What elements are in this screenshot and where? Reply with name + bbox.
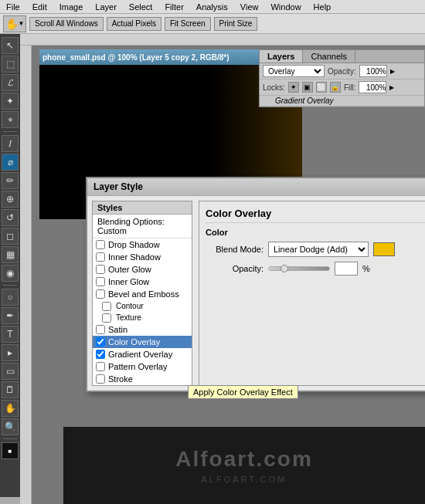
- satin-label: Satin: [108, 325, 128, 334]
- style-texture[interactable]: Texture: [93, 312, 192, 323]
- outer-glow-checkbox[interactable]: [96, 265, 105, 274]
- contour-checkbox[interactable]: [102, 302, 111, 311]
- menu-item-image[interactable]: Image: [56, 2, 87, 12]
- pen-tool[interactable]: ✒: [2, 307, 19, 324]
- style-bevel-emboss[interactable]: Bevel and Emboss: [93, 288, 192, 300]
- lock-image-icon[interactable]: ⬜: [316, 82, 327, 93]
- texture-checkbox[interactable]: [102, 313, 111, 323]
- options-bar: ✋ ▼ Scroll All Windows Actual Pixels Fit…: [0, 14, 425, 34]
- blending-options-item[interactable]: Blending Options: Custom: [93, 215, 192, 238]
- style-color-overlay[interactable]: Color Overlay: [93, 336, 192, 348]
- style-inner-shadow[interactable]: Inner Shadow: [93, 251, 192, 263]
- outer-glow-label: Outer Glow: [108, 265, 151, 274]
- menu-item-analysis[interactable]: Analysis: [193, 2, 231, 12]
- color-overlay-checkbox[interactable]: [96, 337, 105, 347]
- stroke-checkbox[interactable]: [96, 374, 105, 384]
- zoom-tool[interactable]: 🔍: [2, 418, 19, 435]
- menu-item-file[interactable]: File: [3, 2, 23, 12]
- menu-item-view[interactable]: View: [237, 2, 262, 12]
- tab-layers[interactable]: Layers: [260, 50, 303, 63]
- gradient-overlay-layer-entry[interactable]: Gradient Overlay: [260, 96, 424, 107]
- drop-shadow-checkbox[interactable]: [96, 240, 105, 249]
- foreground-color[interactable]: ■: [2, 442, 19, 459]
- menu-item-filter[interactable]: Filter: [162, 2, 186, 12]
- stroke-label: Stroke: [108, 374, 133, 384]
- toolbar-separator-1: [3, 131, 17, 132]
- opacity-form-row: Opacity: 20 %: [206, 262, 425, 276]
- fit-screen-button[interactable]: Fit Screen: [165, 17, 211, 31]
- actual-pixels-button[interactable]: Actual Pixels: [107, 17, 162, 31]
- opacity-value-input[interactable]: 20: [335, 262, 358, 276]
- menu-item-window[interactable]: Window: [267, 2, 304, 12]
- style-pattern-overlay[interactable]: Pattern Overlay: [93, 360, 192, 373]
- print-size-button[interactable]: Print Size: [214, 17, 258, 31]
- crop-tool[interactable]: ⌖: [2, 111, 19, 128]
- color-section-header: Color: [206, 228, 425, 237]
- menu-item-layer[interactable]: Layer: [92, 2, 120, 12]
- percent-label: %: [362, 264, 370, 273]
- blur-tool[interactable]: ◉: [2, 265, 19, 282]
- satin-checkbox[interactable]: [96, 325, 105, 334]
- fill-input[interactable]: [359, 81, 386, 93]
- marquee-tool[interactable]: ⬚: [2, 56, 19, 73]
- inner-glow-checkbox[interactable]: [96, 277, 105, 286]
- style-drop-shadow[interactable]: Drop Shadow: [93, 238, 192, 251]
- move-tool[interactable]: ↖: [2, 37, 19, 54]
- dodge-tool[interactable]: ○: [2, 289, 19, 306]
- quick-select-tool[interactable]: ✦: [2, 93, 19, 110]
- drop-shadow-label: Drop Shadow: [108, 240, 160, 249]
- style-outer-glow[interactable]: Outer Glow: [93, 263, 192, 276]
- tool-arrow-icon: ▼: [19, 20, 25, 27]
- blend-mode-row: Overlay Opacity: ▶: [260, 63, 424, 79]
- opacity-input[interactable]: [359, 65, 387, 77]
- hand-tool[interactable]: ✋: [2, 400, 19, 417]
- clone-stamp-tool[interactable]: ⊕: [2, 191, 19, 208]
- notes-tool[interactable]: 🗒: [2, 381, 19, 398]
- style-gradient-overlay[interactable]: Gradient Overlay: [93, 348, 192, 360]
- shape-tool[interactable]: ▭: [2, 363, 19, 380]
- history-brush-tool[interactable]: ↺: [2, 209, 19, 226]
- layers-panel: Layers Channels Overlay Opacity: ▶ Locks…: [259, 49, 425, 107]
- pattern-overlay-checkbox[interactable]: [96, 362, 105, 371]
- menu-item-edit[interactable]: Edit: [29, 2, 50, 12]
- tab-channels[interactable]: Channels: [303, 50, 355, 63]
- lasso-tool[interactable]: 𝓛: [2, 74, 19, 91]
- canvas-area: phone_small.psd @ 100% (Layer 5 copy 2, …: [32, 46, 425, 504]
- menu-item-help[interactable]: Help: [311, 2, 335, 12]
- eraser-tool[interactable]: ◻: [2, 228, 19, 245]
- lock-all-icon[interactable]: 🔒: [330, 82, 341, 93]
- style-contour[interactable]: Contour: [93, 300, 192, 312]
- eyedropper-tool[interactable]: 𝐼: [2, 135, 19, 152]
- scroll-all-windows-button[interactable]: Scroll All Windows: [29, 17, 104, 31]
- settings-panel: Color Overlay Color Blend Mode: Linear D…: [199, 201, 425, 386]
- blend-mode-select[interactable]: Linear Dodge (Add): [268, 242, 369, 257]
- bevel-emboss-checkbox[interactable]: [96, 289, 105, 299]
- style-inner-glow[interactable]: Inner Glow: [93, 276, 192, 288]
- bevel-emboss-label: Bevel and Emboss: [108, 289, 179, 299]
- lock-pixel-icon[interactable]: ▣: [302, 82, 313, 93]
- type-tool[interactable]: T: [2, 326, 19, 343]
- brush-tool[interactable]: ✏: [2, 172, 19, 189]
- lock-pos-icon[interactable]: ✦: [288, 82, 299, 93]
- color-overlay-swatch[interactable]: [373, 242, 395, 256]
- gradient-overlay-checkbox[interactable]: [96, 350, 105, 359]
- layer-style-dialog: Layer Style Styles Blending Options: Cus…: [86, 177, 425, 392]
- hand-tool-button[interactable]: ✋ ▼: [3, 15, 26, 32]
- layer-blend-mode-dropdown[interactable]: Overlay: [263, 65, 325, 77]
- opacity-slider[interactable]: [268, 266, 330, 271]
- opacity-form-label: Opacity:: [206, 264, 264, 273]
- document-title: phone_small.psd @ 100% (Layer 5 copy 2, …: [42, 53, 230, 62]
- left-ruler: [20, 46, 32, 504]
- watermark-area: Alfoart.com ALFOART.COM: [63, 427, 425, 504]
- inner-shadow-checkbox[interactable]: [96, 252, 105, 262]
- style-satin[interactable]: Satin: [93, 323, 192, 336]
- opacity-label: Opacity:: [328, 67, 356, 76]
- healing-brush-tool[interactable]: ⌀: [2, 154, 19, 171]
- gradient-tool[interactable]: ▦: [2, 246, 19, 263]
- path-selection-tool[interactable]: ▸: [2, 344, 19, 361]
- menu-item-select[interactable]: Select: [126, 2, 156, 12]
- styles-header: Styles: [93, 201, 192, 215]
- top-ruler: [20, 34, 425, 46]
- style-stroke[interactable]: Stroke: [93, 373, 192, 385]
- watermark-main-text: Alfoart.com: [175, 447, 313, 472]
